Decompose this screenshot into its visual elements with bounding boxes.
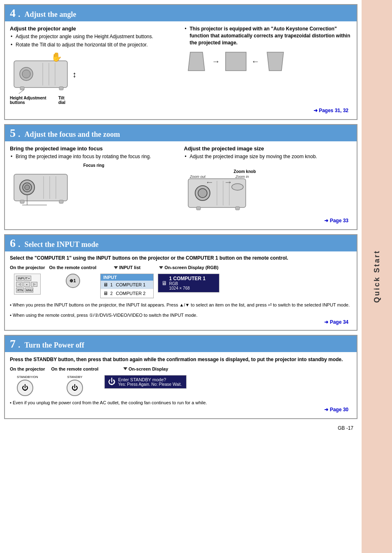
page-badge: GB -17: [4, 423, 357, 433]
focus-ring-label-wrapper: Focus ring: [10, 162, 178, 168]
menu-btn-row: RTN MNU: [16, 288, 39, 293]
on-remote-col: On the remote control ⊕1: [49, 265, 97, 288]
onscreen-display-text: Enter STANDBY mode? Yes: Press Again. No…: [118, 377, 182, 387]
svg-point-27: [198, 189, 207, 198]
svg-rect-9: [59, 87, 63, 90]
trapezoid-right: [263, 50, 288, 73]
zoom-diagram-wrapper: Zoom knob: [184, 169, 256, 217]
left-btn: ◁: [16, 282, 23, 287]
section-5-right-header: Adjust the projected image size: [184, 145, 352, 152]
onscreen-display-box: ⏻ Enter STANDBY mode? Yes: Press Again. …: [104, 375, 187, 389]
svg-text:↕: ↕: [72, 70, 76, 79]
remote-col-label: On the remote control: [49, 265, 97, 270]
onscreen-box: 🖥 1 COMPUTER 1 RGB 1024 × 768: [158, 274, 219, 293]
section-5-right-bullets: Adjust the projected image size by movin…: [184, 153, 352, 160]
bullet-auto-keystone: This projector is equipped with an "Auto…: [184, 25, 352, 46]
section-4-left-header: Adjust the projector angle: [10, 25, 178, 32]
item-num-2: 2: [110, 291, 113, 296]
turnoff-remote-col: On the remote control STANDBY ⏻: [51, 366, 99, 396]
keystone-diagram: → ←: [184, 50, 352, 73]
triangle-icon-2: [159, 266, 163, 269]
item-num-1: 1: [110, 283, 113, 287]
svg-rect-8: [20, 87, 24, 90]
arrow-left: ←: [251, 57, 260, 66]
input-button: INPUT ▪: [16, 276, 31, 281]
onscreen-text: 1 COMPUTER 1 RGB 1024 × 768: [169, 276, 205, 290]
section-5: 5 . Adjust the focus and the zoom Bring …: [4, 124, 357, 230]
trapezoid-left: [184, 50, 209, 73]
standby-projector-btn: ⏻: [17, 380, 33, 396]
menu-btn: MNU: [25, 288, 33, 293]
nav-btn-row: ◁ ▪ ▷: [16, 282, 39, 287]
remote-computer-btn: ⊕1: [66, 274, 80, 288]
svg-text:⟶: ⟶: [225, 180, 231, 184]
section-6-title: Select the INPUT mode: [25, 240, 99, 249]
section-7-intro: Press the STANDBY button, then press tha…: [10, 356, 352, 363]
center-btn: ▪: [23, 282, 30, 287]
svg-marker-11: [188, 52, 205, 71]
input-mode-note-1: • When you press the INPUT buttons on th…: [10, 302, 352, 309]
input-list-box: INPUT 🖥 1 COMPUTER 1 🖥 2 COMPUTER 2: [100, 274, 154, 298]
section-6-header: 6 . Select the INPUT mode: [5, 235, 357, 251]
turnoff-projector-col: On the projector STANDBY/ON ⏻: [10, 366, 45, 396]
monitor-icon-2: 🖥: [103, 290, 108, 296]
section-5-left-bullets: Bring the projected image into focus by …: [10, 153, 178, 160]
onscreen-main: 1 COMPUTER 1: [169, 276, 205, 281]
section-4-body: Adjust the projector angle Adjust the pr…: [5, 21, 357, 119]
input-columns: On the projector INPUT ▪ ◁ ▪ ▷ RTN MNU: [10, 265, 352, 298]
bullet-item: Adjust the projector angle using the Hei…: [10, 33, 178, 40]
projector-buttons-box: INPUT ▪ ◁ ▪ ▷ RTN MNU: [14, 274, 41, 295]
turnoff-onscreen-label: On-screen Display: [129, 366, 168, 371]
input-list-col: INPUT list INPUT 🖥 1 COMPUTER 1 🖥 2 COMP…: [100, 265, 154, 298]
onscreen-header: 🖥 1 COMPUTER 1 RGB 1024 × 768: [161, 276, 216, 290]
svg-marker-13: [267, 52, 284, 71]
projector-svg-4: ✋ ↕: [10, 53, 80, 94]
arrow-right: →: [212, 57, 220, 66]
height-label: Height Adjustment buttons: [10, 96, 58, 105]
bullet-zoom: Adjust the projected image size by movin…: [184, 153, 352, 160]
standby-on-label: STANDBY/ON: [17, 375, 38, 379]
svg-text:⟵: ⟵: [207, 180, 212, 184]
svg-rect-33: [235, 207, 240, 210]
section-7-note: • Even if you unplug the power cord from…: [10, 399, 352, 406]
return-btn: RTN: [16, 288, 24, 293]
triangle-icon: [114, 266, 118, 269]
focus-ring-label: Focus ring: [83, 163, 104, 168]
onscreen-col: On-screen Display (RGB) 🖥 1 COMPUTER 1 R…: [158, 265, 219, 293]
onscreen-resolution: 1024 × 768: [169, 286, 205, 290]
monitor-icon-1: 🖥: [103, 282, 108, 288]
computer-1-label: COMPUTER 1: [116, 282, 145, 287]
turnoff-projector-label: On the projector: [10, 366, 45, 371]
page-ref-4: ➜ Pages 31, 32: [10, 107, 352, 115]
standby-remote-wrapper: STANDBY ⏻: [67, 375, 83, 396]
section-7-body: Press the STANDBY button, then press tha…: [5, 352, 357, 418]
svg-point-28: [232, 184, 243, 190]
onscreen-col-header: On-screen Display (RGB): [159, 265, 218, 270]
zoom-knob-label: Zoom knob: [184, 169, 256, 174]
input-list-col-header: INPUT list: [114, 265, 141, 270]
section-7: 7 . Turn the Power off Press the STANDBY…: [4, 335, 357, 419]
section-5-body: Bring the projected image into focus Bri…: [5, 141, 357, 230]
right-btn: ▷: [31, 282, 37, 287]
section-6-number: 6: [10, 237, 16, 249]
monitor-icon-os: 🖥: [161, 280, 167, 286]
onscreen-label: On-screen Display (RGB): [164, 265, 218, 270]
svg-rect-22: [59, 200, 63, 203]
turnoff-onscreen-col-header: On-screen Display: [123, 366, 168, 371]
on-projector-col: On the projector INPUT ▪ ◁ ▪ ▷ RTN MNU: [10, 265, 45, 295]
svg-text:Zoom out: Zoom out: [189, 175, 206, 179]
triangle-icon-3: [123, 367, 127, 370]
section-4-number: 4: [10, 7, 16, 19]
page-ref-6: ➜ Page 34: [10, 318, 352, 327]
projector-col-label: On the projector: [10, 265, 45, 270]
section-4-right-bullets: This projector is equipped with an "Auto…: [184, 25, 352, 46]
input-btn-row: INPUT ▪: [16, 276, 39, 281]
turnoff-columns: On the projector STANDBY/ON ⏻ On the rem…: [10, 366, 352, 396]
section-4-right: This projector is equipped with an "Auto…: [184, 25, 352, 107]
section-5-left: Bring the projected image into focus Bri…: [10, 145, 178, 217]
section-5-header: 5 . Adjust the focus and the zoom: [5, 125, 357, 141]
section-5-left-header: Bring the projected image into focus: [10, 145, 178, 152]
focus-diagram-wrapper: [10, 168, 178, 208]
section-7-title: Turn the Power off: [25, 341, 85, 350]
input-mode-note-2: • When using the remote control, press ①…: [10, 312, 352, 319]
